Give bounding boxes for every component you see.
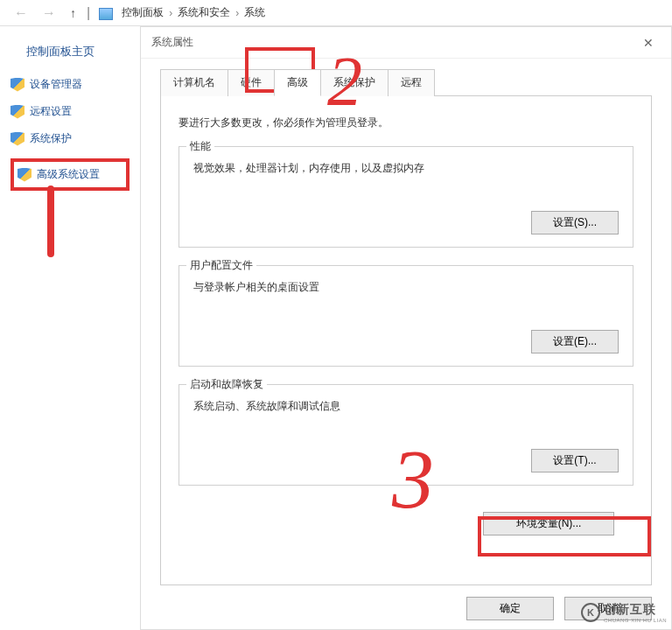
shield-icon — [18, 168, 32, 182]
settings-performance-button[interactable]: 设置(S)... — [531, 211, 619, 234]
tab-advanced[interactable]: 高级 — [274, 69, 321, 96]
tab-content: 要进行大多数更改，你必须作为管理员登录。 性能 视觉效果，处理器计划，内存使用，… — [160, 95, 652, 585]
annotation-1-stroke — [47, 186, 54, 257]
sidebar-item-protection[interactable]: 系统保护 — [10, 131, 130, 146]
annotation-box-1: 高级系统设置 — [10, 158, 130, 191]
group-desc: 视觉效果，处理器计划，内存使用，以及虚拟内存 — [193, 161, 619, 176]
breadcrumb: 控制面板 › 系统和安全 › 系统 — [118, 4, 269, 22]
group-startup-recovery: 启动和故障恢复 系统启动、系统故障和调试信息 设置(T)... — [178, 384, 634, 486]
breadcrumb-root[interactable]: 控制面板 — [118, 4, 167, 22]
sidebar-item-label: 系统保护 — [30, 131, 72, 146]
forward-arrow: → — [35, 5, 63, 21]
sidebar: 控制面板主页 设备管理器 远程设置 系统保护 高级系统设置 — [0, 26, 140, 630]
admin-notice: 要进行大多数更改，你必须作为管理员登录。 — [178, 116, 634, 130]
sidebar-item-label: 高级系统设置 — [37, 167, 100, 182]
watermark-text: 创新互联 — [604, 602, 667, 618]
group-title: 启动和故障恢复 — [186, 377, 267, 392]
watermark-subtext: CHUANG XIN HU LIAN — [604, 618, 667, 623]
ok-button[interactable]: 确定 — [466, 597, 554, 620]
system-properties-dialog: 系统属性 ✕ 计算机名 硬件 高级 系统保护 远程 要进行大多数更改，你必须作为… — [140, 26, 672, 630]
back-arrow: ← — [7, 5, 35, 21]
system-icon — [99, 8, 113, 20]
sidebar-item-remote[interactable]: 远程设置 — [10, 104, 130, 119]
watermark-logo-icon: K — [581, 603, 600, 622]
dialog-title: 系统属性 — [151, 35, 193, 50]
sidebar-title[interactable]: 控制面板主页 — [10, 44, 130, 60]
breadcrumb-security[interactable]: 系统和安全 — [174, 4, 234, 22]
tab-computer-name[interactable]: 计算机名 — [160, 69, 228, 96]
group-desc: 系统启动、系统故障和调试信息 — [193, 399, 619, 414]
tab-bar: 计算机名 硬件 高级 系统保护 远程 — [160, 69, 671, 96]
group-performance: 性能 视觉效果，处理器计划，内存使用，以及虚拟内存 设置(S)... — [178, 146, 634, 248]
environment-variables-button[interactable]: 环境变量(N)... — [483, 512, 614, 536]
group-desc: 与登录帐户相关的桌面设置 — [193, 280, 619, 295]
settings-startup-button[interactable]: 设置(T)... — [531, 449, 619, 472]
sidebar-item-advanced[interactable]: 高级系统设置 — [18, 167, 122, 182]
close-icon[interactable]: ✕ — [636, 32, 661, 53]
settings-profile-button[interactable]: 设置(E)... — [531, 330, 619, 354]
group-title: 性能 — [186, 139, 214, 154]
sidebar-item-device-manager[interactable]: 设备管理器 — [10, 77, 130, 92]
shield-icon — [10, 132, 24, 146]
sidebar-item-label: 设备管理器 — [30, 77, 82, 92]
shield-icon — [10, 105, 24, 119]
breadcrumb-system[interactable]: 系统 — [241, 4, 269, 22]
shield-icon — [10, 78, 24, 92]
tab-hardware[interactable]: 硬件 — [228, 69, 275, 96]
up-arrow[interactable]: ↑ — [63, 6, 83, 20]
group-user-profile: 用户配置文件 与登录帐户相关的桌面设置 设置(E)... — [178, 265, 634, 367]
tab-system-protection[interactable]: 系统保护 — [320, 69, 388, 96]
sidebar-item-label: 远程设置 — [30, 104, 72, 119]
address-bar: ← → ↑ | 控制面板 › 系统和安全 › 系统 — [0, 0, 672, 26]
tab-remote[interactable]: 远程 — [388, 69, 435, 96]
group-title: 用户配置文件 — [186, 258, 256, 273]
watermark: K 创新互联 CHUANG XIN HU LIAN — [581, 602, 667, 623]
